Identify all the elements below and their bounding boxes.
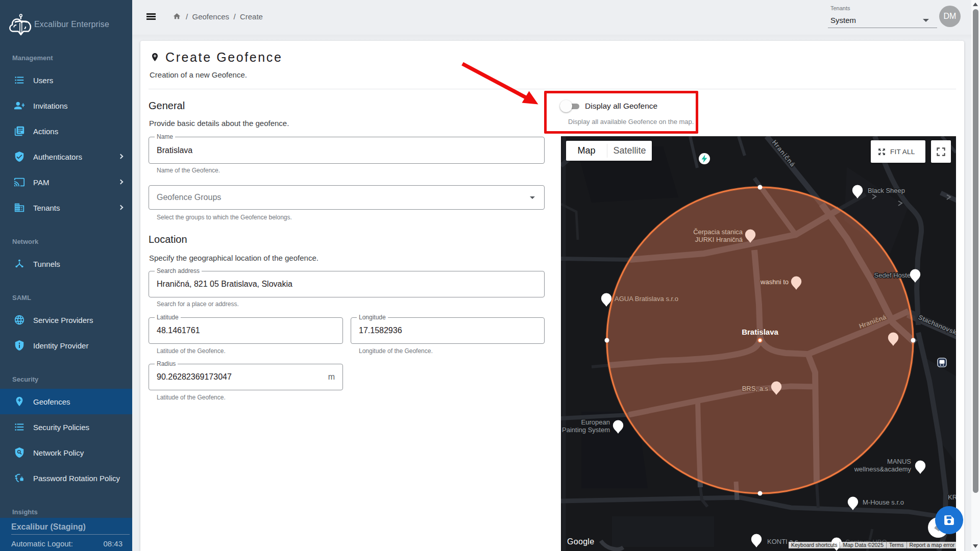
svg-text:MANUS: MANUS bbox=[887, 458, 911, 465]
svg-text:European: European bbox=[581, 418, 610, 426]
svg-text:KR: KR bbox=[948, 493, 956, 501]
svg-text:Bratislava: Bratislava bbox=[742, 328, 778, 336]
svg-text:Sedef Hostel: Sedef Hostel bbox=[874, 271, 913, 279]
svg-text:Čerpacia stanica: Čerpacia stanica bbox=[693, 228, 743, 236]
svg-text:JURKI Hraničná: JURKI Hraničná bbox=[695, 236, 743, 243]
svg-text:M-House s.r.o: M-House s.r.o bbox=[863, 498, 904, 506]
svg-text:BRS, a.s: BRS, a.s bbox=[742, 385, 769, 392]
svg-text:AGUA Bratislava s.r.o: AGUA Bratislava s.r.o bbox=[615, 295, 678, 303]
svg-text:washni to: washni to bbox=[760, 278, 789, 286]
svg-text:Painting System: Painting System bbox=[562, 426, 610, 434]
svg-text:Black Sheep: Black Sheep bbox=[868, 187, 905, 194]
svg-text:wellness&academy: wellness&academy bbox=[854, 465, 912, 473]
